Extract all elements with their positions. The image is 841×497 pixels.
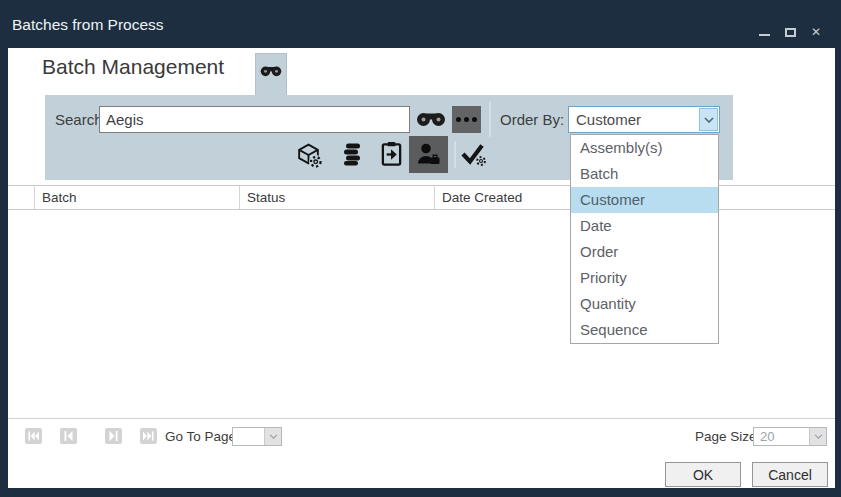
next-page-button[interactable]	[105, 428, 122, 444]
page-size-value: 20	[760, 428, 774, 445]
dropdown-option-customer[interactable]: Customer	[571, 187, 718, 213]
order-by-label: Order By:	[500, 106, 564, 133]
first-page-icon	[28, 431, 39, 441]
ok-button[interactable]: OK	[665, 462, 741, 487]
first-page-button[interactable]	[25, 428, 42, 444]
close-icon[interactable]: ✕	[811, 26, 821, 38]
page-size-label: Page Size	[695, 429, 757, 444]
go-to-page-label: Go To Page	[165, 429, 236, 444]
go-to-page-input[interactable]	[232, 427, 282, 446]
grid-column-status[interactable]: Status	[240, 186, 435, 209]
tab-batch-search[interactable]	[255, 53, 287, 95]
dropdown-option-priority[interactable]: Priority	[571, 265, 718, 291]
pager-divider	[8, 418, 835, 419]
chevron-down-icon[interactable]	[264, 428, 281, 445]
dropdown-option-order[interactable]: Order	[571, 239, 718, 265]
page-size-combobox[interactable]: 20	[753, 427, 827, 446]
next-page-icon	[109, 431, 118, 441]
last-page-button[interactable]	[140, 428, 157, 444]
coins-button[interactable]	[335, 138, 365, 170]
previous-page-icon	[64, 431, 73, 441]
check-gear-icon	[460, 142, 487, 167]
dropdown-option-quantity[interactable]: Quantity	[571, 291, 718, 317]
search-binoculars-icon[interactable]	[416, 111, 446, 131]
package-settings-button[interactable]	[293, 138, 323, 170]
window-controls: ✕	[759, 26, 821, 38]
minimize-icon[interactable]	[759, 34, 770, 36]
dropdown-option-assembly[interactable]: Assembly(s)	[571, 135, 718, 161]
dropdown-option-batch[interactable]: Batch	[571, 161, 718, 187]
validate-settings-button[interactable]	[458, 138, 488, 170]
page-title: Batch Management	[42, 55, 224, 79]
package-gear-icon	[295, 141, 322, 168]
toolbar-separator	[454, 141, 456, 168]
dialog-content: Batch Management Search:	[8, 48, 835, 488]
ellipsis-icon	[456, 117, 461, 122]
dialog-window: Batches from Process ✕ Batch Management	[0, 0, 841, 497]
grid-column-selector	[8, 186, 35, 209]
dropdown-option-sequence[interactable]: Sequence	[571, 317, 718, 343]
dropdown-option-date[interactable]: Date	[571, 213, 718, 239]
search-input[interactable]	[99, 106, 410, 133]
coins-icon	[337, 141, 363, 167]
last-page-icon	[143, 431, 154, 441]
chevron-down-icon[interactable]	[809, 428, 826, 445]
clipboard-transfer-button[interactable]	[376, 138, 406, 170]
grid-column-batch[interactable]: Batch	[35, 186, 240, 209]
binoculars-icon	[260, 63, 282, 95]
more-options-button[interactable]	[452, 106, 481, 133]
user-briefcase-icon	[416, 142, 442, 167]
user-assignments-button-selected[interactable]	[409, 136, 448, 173]
clipboard-transfer-icon	[380, 141, 403, 167]
chevron-down-icon[interactable]	[699, 108, 718, 131]
toolbar-separator	[489, 102, 491, 137]
order-by-value: Customer	[576, 107, 641, 132]
maximize-icon[interactable]	[785, 28, 796, 37]
window-title: Batches from Process	[12, 16, 164, 34]
titlebar: Batches from Process ✕	[0, 0, 841, 48]
previous-page-button[interactable]	[60, 428, 77, 444]
order-by-dropdown-list: Assembly(s) Batch Customer Date Order Pr…	[570, 134, 719, 344]
order-by-combobox[interactable]: Customer	[568, 106, 720, 133]
cancel-button[interactable]: Cancel	[752, 462, 828, 487]
